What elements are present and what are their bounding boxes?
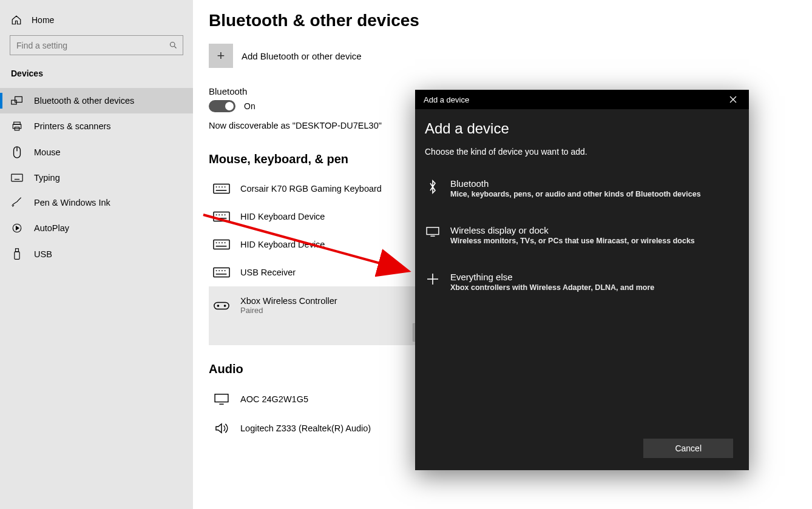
keyboard-icon (212, 211, 231, 222)
nav-label: Mouse (34, 147, 61, 157)
svg-point-0 (171, 42, 175, 47)
svg-rect-42 (215, 394, 228, 402)
bluetooth-toggle[interactable] (209, 100, 235, 112)
plus-icon (425, 272, 441, 285)
svg-rect-13 (16, 249, 19, 252)
nav-usb[interactable]: USB (0, 241, 193, 268)
svg-rect-21 (214, 212, 229, 221)
pen-icon (11, 197, 23, 208)
gamepad-icon (212, 300, 231, 312)
autoplay-icon (11, 223, 23, 234)
search-container (0, 32, 193, 61)
nav-label: Printers & scanners (34, 121, 111, 131)
svg-rect-8 (12, 174, 22, 181)
svg-rect-15 (214, 184, 229, 194)
device-name: Logitech Z333 (Realtek(R) Audio) (240, 423, 371, 433)
keyboard-icon (212, 267, 231, 278)
keyboard-icon (11, 174, 23, 182)
nav-typing[interactable]: Typing (0, 166, 193, 190)
device-name: HID Keyboard Device (240, 240, 325, 249)
monitor-icon (212, 393, 231, 405)
svg-rect-14 (15, 252, 19, 260)
home-label: Home (32, 15, 54, 25)
nav-label: Typing (34, 173, 60, 183)
nav-label: AutoPlay (34, 223, 69, 233)
nav-label: Bluetooth & other devices (34, 96, 134, 106)
option-name: Everything else (450, 272, 654, 282)
mouse-icon (11, 146, 23, 158)
option-name: Wireless display or dock (450, 225, 695, 235)
nav-pen-windows-ink[interactable]: Pen & Windows Ink (0, 190, 193, 215)
bluetooth-devices-icon (11, 95, 23, 106)
bluetooth-toggle-state: On (244, 101, 255, 111)
option-name: Bluetooth (450, 178, 701, 189)
section-label: Devices (0, 61, 193, 88)
svg-rect-33 (214, 268, 229, 277)
option-desc: Xbox controllers with Wireless Adapter, … (450, 283, 654, 292)
close-icon[interactable] (726, 95, 740, 104)
plus-icon: + (209, 44, 233, 68)
page-title: Bluetooth & other devices (209, 11, 812, 30)
cancel-button[interactable]: Cancel (643, 439, 733, 458)
search-input[interactable] (16, 41, 169, 50)
option-everything-else[interactable]: Everything else Xbox controllers with Wi… (425, 265, 739, 304)
option-desc: Wireless monitors, TVs, or PCs that use … (450, 237, 695, 245)
dialog-titlebar: Add a device (415, 90, 749, 109)
svg-rect-2 (15, 96, 22, 102)
device-name: Corsair K70 RGB Gaming Keyboard (240, 184, 382, 194)
sidebar: Home Devices Bluetooth & other devices (0, 0, 193, 509)
nav-bluetooth-other-devices[interactable]: Bluetooth & other devices (0, 88, 193, 113)
search-icon (169, 41, 178, 50)
svg-rect-39 (214, 302, 229, 309)
add-device-dialog: Add a device Add a device Choose the kin… (415, 90, 749, 470)
nav-label: Pen & Windows Ink (34, 198, 110, 207)
monitor-icon (425, 225, 441, 237)
dialog-subtitle: Choose the kind of device you want to ad… (425, 147, 739, 157)
printer-icon (11, 121, 23, 132)
nav-printers-scanners[interactable]: Printers & scanners (0, 113, 193, 139)
device-name: USB Receiver (240, 268, 296, 277)
svg-point-40 (217, 305, 218, 306)
search-input-wrapper[interactable] (10, 35, 183, 55)
add-device-label: Add Bluetooth or other device (242, 51, 362, 61)
svg-rect-27 (214, 240, 229, 249)
nav-label: USB (34, 249, 52, 259)
keyboard-icon (212, 239, 231, 250)
speaker-icon (212, 422, 231, 434)
option-desc: Mice, keyboards, pens, or audio and othe… (450, 190, 701, 198)
nav-autoplay[interactable]: AutoPlay (0, 215, 193, 241)
svg-rect-4 (13, 124, 21, 129)
option-bluetooth[interactable]: Bluetooth Mice, keyboards, pens, or audi… (425, 171, 739, 211)
device-name: HID Keyboard Device (240, 212, 325, 221)
option-wireless-display[interactable]: Wireless display or dock Wireless monito… (425, 218, 739, 257)
dialog-titlebar-text: Add a device (424, 95, 469, 104)
svg-rect-46 (427, 228, 439, 235)
home-icon (11, 15, 22, 25)
dialog-heading: Add a device (425, 120, 739, 137)
bluetooth-icon (425, 178, 441, 194)
device-name: AOC 24G2W1G5 (240, 394, 308, 404)
svg-point-41 (224, 305, 225, 306)
nav-mouse[interactable]: Mouse (0, 139, 193, 166)
add-device-button[interactable]: + Add Bluetooth or other device (209, 44, 812, 68)
device-status: Paired (240, 306, 337, 315)
usb-icon (11, 248, 23, 260)
home-button[interactable]: Home (0, 8, 193, 32)
keyboard-icon (212, 183, 231, 194)
device-name: Xbox Wireless Controller (240, 296, 337, 306)
